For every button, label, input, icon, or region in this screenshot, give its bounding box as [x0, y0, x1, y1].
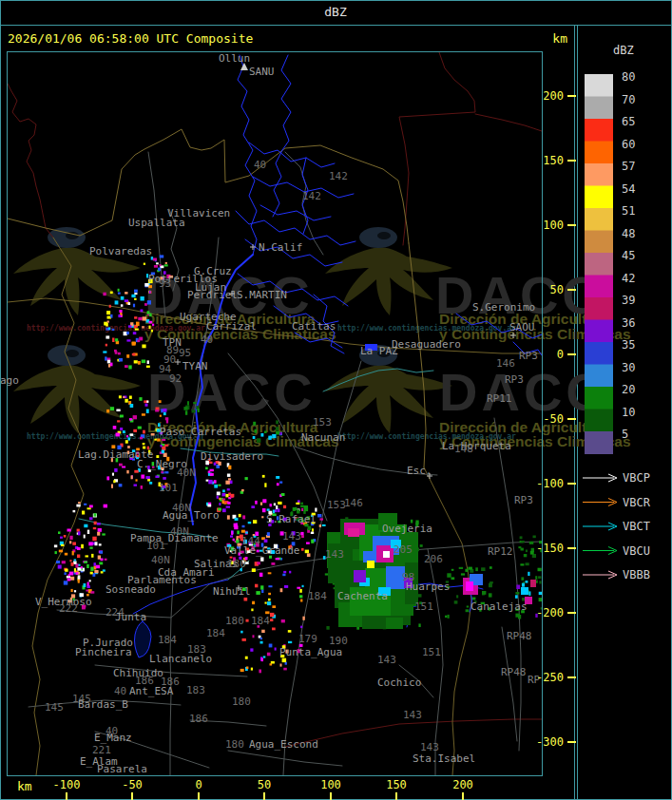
- echo-cell: [132, 353, 136, 356]
- km-bottom-label: km: [17, 779, 32, 793]
- echo-cell: [251, 609, 253, 612]
- echo-cell: [253, 422, 256, 426]
- map-label: Sta.Isabel: [413, 752, 475, 765]
- map-label: RP48: [501, 666, 527, 678]
- echo-cell: [106, 476, 109, 480]
- echo-cell: [163, 412, 166, 415]
- echo-cell: [230, 535, 233, 537]
- echo-cell: [106, 335, 109, 338]
- echo-cell: [261, 657, 263, 661]
- echo-cell: [72, 543, 76, 545]
- echo-cell: [237, 531, 240, 535]
- echo-cell: [155, 476, 159, 479]
- colorscale-value: 42: [622, 272, 635, 285]
- echo-cell: [270, 613, 274, 617]
- echo-cell: [162, 450, 164, 454]
- echo-cell: [459, 567, 463, 569]
- colorscale-value: 35: [622, 338, 635, 352]
- echo-cell: [300, 600, 302, 602]
- echo-cell: [154, 265, 158, 268]
- map-label: RP11: [487, 392, 512, 405]
- echo-cell: [110, 363, 113, 367]
- echo-cell: [276, 427, 278, 431]
- echo-cell: [447, 573, 451, 578]
- echo-cell: [144, 263, 145, 265]
- echo-cell: [214, 463, 217, 466]
- echo-cell: [244, 598, 248, 601]
- storm-patch: [466, 581, 473, 591]
- echo-cell: [68, 574, 70, 576]
- echo-cell: [84, 562, 87, 563]
- map-label: La Horqueta: [442, 440, 511, 452]
- echo-cell: [145, 476, 150, 479]
- echo-cell: [270, 504, 272, 506]
- echo-cell: [322, 524, 326, 526]
- echo-cell: [276, 420, 278, 424]
- map-label: 143: [282, 530, 301, 543]
- echo-cell: [233, 539, 235, 542]
- echo-cell: [123, 396, 125, 398]
- echo-cell: [539, 592, 543, 595]
- colorscale-swatch: [585, 231, 613, 254]
- echo-cell: [104, 505, 107, 508]
- echo-cell: [222, 499, 226, 501]
- echo-cell: [289, 571, 291, 574]
- echo-cell: [265, 611, 269, 614]
- echo-cell: [246, 619, 249, 622]
- colorscale-swatch: [585, 208, 613, 231]
- echo-cell: [158, 268, 161, 272]
- echo-cell: [231, 531, 233, 535]
- echo-cell: [121, 304, 123, 307]
- echo-cell: [237, 536, 239, 540]
- echo-cell: [55, 551, 57, 554]
- echo-cell: [118, 314, 120, 317]
- echo-cell: [268, 436, 271, 440]
- echo-cell: [78, 575, 81, 579]
- echo-cell: [526, 550, 528, 553]
- map-label: 101: [159, 482, 178, 494]
- echo-cell: [214, 485, 218, 488]
- echo-cell: [418, 623, 420, 627]
- vector-label: VBCP: [623, 471, 650, 485]
- echo-cell: [89, 547, 92, 549]
- echo-cell: [65, 572, 67, 575]
- echo-cell: [84, 524, 87, 528]
- radar-scene: dBZ 2026/01/06 06:58:00 UTC Composite km…: [0, 0, 672, 800]
- map-label: 92: [169, 372, 182, 385]
- echo-cell: [142, 345, 145, 349]
- map-label: 40: [114, 685, 126, 697]
- echo-cell: [268, 585, 272, 587]
- echo-cell: [69, 560, 71, 562]
- echo-cell: [119, 464, 123, 467]
- echo-cell: [155, 410, 159, 411]
- echo-cell: [103, 293, 106, 296]
- timestamp: 2026/01/06 06:58:00 UTC Composite: [8, 31, 253, 46]
- echo-cell: [265, 602, 267, 604]
- echo-cell: [159, 400, 162, 403]
- echo-cell: [261, 589, 263, 593]
- map-label: 184: [308, 590, 327, 602]
- echo-cell: [300, 505, 304, 507]
- echo-cell: [125, 440, 128, 444]
- echo-cell: [262, 475, 265, 478]
- echo-cell: [253, 520, 257, 524]
- echo-cell: [206, 480, 209, 482]
- map-label: 143: [403, 709, 422, 721]
- map-label: 142: [329, 170, 348, 182]
- echo-cell: [110, 292, 113, 295]
- echo-cell: [100, 551, 104, 554]
- echo-cell: [146, 366, 150, 368]
- echo-cell: [143, 443, 145, 445]
- echo-cell: [121, 296, 125, 300]
- echo-cell: [217, 492, 221, 496]
- echo-cell: [261, 630, 265, 633]
- echo-cell: [219, 498, 221, 500]
- echo-cell: [81, 566, 83, 568]
- map-label: Sosneado: [106, 583, 156, 596]
- echo-cell: [134, 290, 138, 293]
- echo-cell: [119, 395, 122, 398]
- echo-cell: [64, 535, 67, 538]
- echo-cell: [131, 295, 135, 297]
- echo-cell: [99, 543, 102, 545]
- echo-cell: [71, 562, 74, 566]
